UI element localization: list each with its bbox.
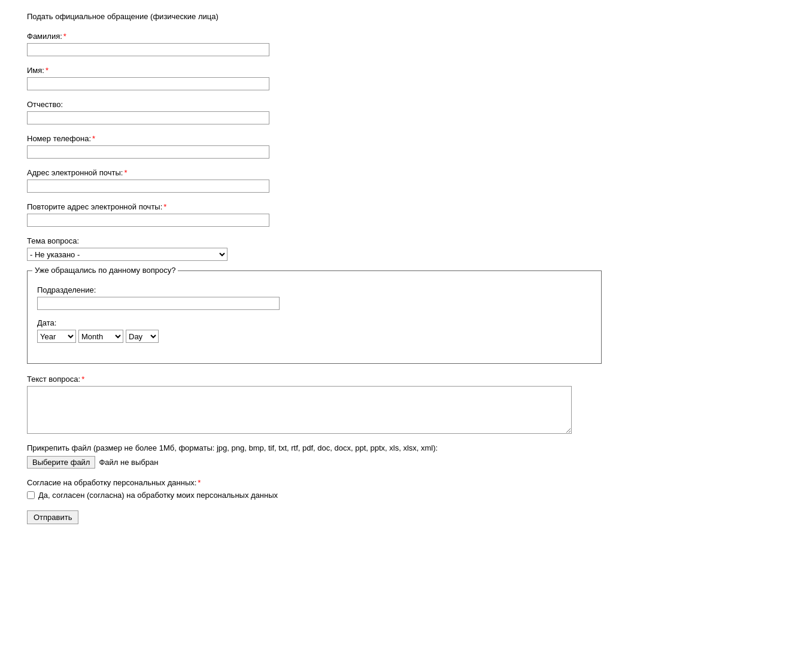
topic-label: Тема вопроса:	[27, 236, 783, 245]
file-choose-button[interactable]: Выберите файл	[27, 456, 95, 469]
question-text-textarea[interactable]	[27, 386, 572, 434]
topic-select[interactable]: - Не указано -	[27, 248, 227, 261]
email-repeat-required: *	[163, 202, 166, 211]
email-label: Адрес электронной почты:*	[27, 168, 783, 177]
lastname-input[interactable]	[27, 43, 269, 56]
prev-appeal-legend: Уже обращались по данному вопросу?	[32, 266, 178, 275]
phone-label: Номер телефона:*	[27, 134, 783, 143]
department-input[interactable]	[37, 297, 280, 310]
email-group: Адрес электронной почты:*	[27, 168, 783, 193]
firstname-input[interactable]	[27, 77, 269, 90]
question-text-label: Текст вопроса:*	[27, 375, 783, 384]
email-repeat-label: Повторите адрес электронной почты:*	[27, 202, 783, 211]
file-no-selected-text: Файл не выбран	[99, 458, 158, 467]
lastname-required: *	[63, 32, 66, 41]
year-select[interactable]: Year	[37, 330, 76, 343]
email-repeat-group: Повторите адрес электронной почты:*	[27, 202, 783, 227]
question-text-required: *	[81, 375, 84, 384]
department-group: Подразделение:	[37, 285, 591, 310]
department-label: Подразделение:	[37, 285, 591, 294]
phone-input[interactable]	[27, 145, 269, 159]
lastname-group: Фамилия:*	[27, 32, 783, 56]
file-row: Выберите файл Файл не выбран	[27, 456, 783, 469]
submit-button[interactable]: Отправить	[27, 510, 78, 524]
email-input[interactable]	[27, 180, 269, 193]
phone-group: Номер телефона:*	[27, 134, 783, 159]
firstname-label: Имя:*	[27, 66, 783, 75]
email-required: *	[124, 168, 127, 177]
phone-required: *	[92, 134, 95, 143]
firstname-required: *	[45, 66, 48, 75]
date-group: Дата: Year Month Day	[37, 318, 591, 343]
day-select[interactable]: Day	[126, 330, 159, 343]
consent-checkbox[interactable]	[27, 491, 35, 499]
email-repeat-input[interactable]	[27, 214, 269, 227]
middlename-group: Отчество:	[27, 100, 783, 124]
consent-label-text: Согласие на обработку персональных данны…	[27, 478, 783, 487]
topic-group: Тема вопроса: - Не указано -	[27, 236, 783, 261]
page-title: Подать официальное обращение (физические…	[27, 12, 783, 21]
month-select[interactable]: Month	[78, 330, 123, 343]
date-label: Дата:	[37, 318, 591, 327]
consent-text: Да, согласен (согласна) на обработку мои…	[38, 491, 278, 500]
middlename-label: Отчество:	[27, 100, 783, 109]
question-text-group: Текст вопроса:*	[27, 375, 783, 434]
prev-appeal-fieldset: Уже обращались по данному вопросу? Подра…	[27, 270, 602, 364]
file-group: Прикрепить файл (размер не более 1Мб, фо…	[27, 443, 783, 469]
consent-required: *	[198, 478, 201, 487]
date-selects-row: Year Month Day	[37, 330, 591, 343]
middlename-input[interactable]	[27, 111, 269, 124]
lastname-label: Фамилия:*	[27, 32, 783, 41]
prev-appeal-inner: Подразделение: Дата: Year Month Day	[37, 285, 591, 343]
firstname-group: Имя:*	[27, 66, 783, 90]
consent-group: Согласие на обработку персональных данны…	[27, 478, 783, 500]
file-label-text: Прикрепить файл (размер не более 1Мб, фо…	[27, 443, 783, 452]
consent-row: Да, согласен (согласна) на обработку мои…	[27, 491, 783, 500]
